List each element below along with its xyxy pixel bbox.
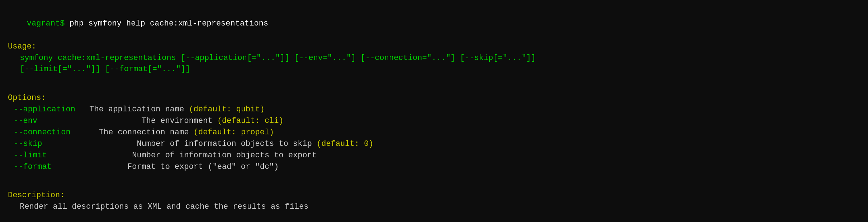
options-list: --application The application name (defa…	[8, 104, 860, 172]
option-flag: --limit	[8, 150, 80, 161]
option-default: (default: qubit)	[189, 104, 265, 115]
option-desc: The environment	[80, 115, 217, 127]
option-flag: --skip	[8, 138, 80, 150]
option-desc: The application name	[80, 104, 189, 115]
option-row: --skip Number of information objects to …	[8, 138, 860, 150]
usage-line-1: symfony cache:xml-representations [--app…	[8, 52, 860, 64]
option-desc: The connection name	[80, 127, 194, 138]
option-desc: Number of information objects to skip	[80, 138, 317, 150]
option-desc: Number of information objects to export	[80, 150, 317, 161]
option-default: (default: 0)	[317, 138, 373, 150]
usage-line-2: [--limit[="..."]] [--format[="..."]]	[8, 64, 860, 75]
option-row: --format Format to export ("ead" or "dc"…	[8, 161, 860, 173]
option-row: --application The application name (defa…	[8, 104, 860, 115]
option-flag: --env	[8, 115, 80, 127]
option-row: --connection The connection name (defaul…	[8, 127, 860, 138]
description-label: Description:	[8, 190, 860, 201]
description-text: Render all descriptions as XML and cache…	[8, 201, 860, 213]
option-row: --env The environment (default: cli)	[8, 115, 860, 127]
option-flag: --application	[8, 104, 80, 115]
option-row: --limit Number of information objects to…	[8, 150, 860, 161]
option-default: (default: propel)	[194, 127, 274, 138]
usage-label: Usage:	[8, 42, 36, 51]
description-section: Description: Render all descriptions as …	[8, 190, 860, 213]
prompt-line: vagrant$ php symfony help cache:xml-repr…	[8, 6, 860, 41]
option-flag: --format	[8, 161, 80, 173]
command-text: php symfony help cache:xml-representatio…	[65, 19, 268, 28]
options-section: Options: --application The application n…	[8, 92, 860, 172]
option-desc: Format to export ("ead" or "dc")	[80, 161, 279, 173]
usage-section: Usage: symfony cache:xml-representations…	[8, 41, 860, 75]
prompt-text: vagrant$	[27, 19, 65, 28]
blank-line-1	[8, 75, 860, 87]
options-label: Options:	[8, 92, 860, 104]
option-default: (default: cli)	[217, 115, 284, 127]
terminal-window: vagrant$ php symfony help cache:xml-repr…	[8, 6, 860, 213]
option-flag: --connection	[8, 127, 80, 138]
blank-line-2	[8, 172, 860, 184]
